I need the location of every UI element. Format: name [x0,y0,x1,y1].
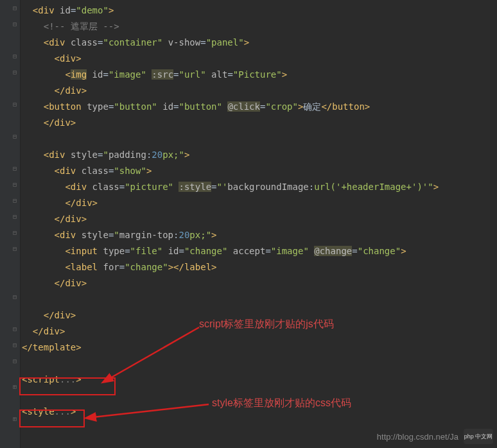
logo-badge: php 中文网 [464,429,493,444]
code-line: <div style="padding:20px;"> [22,147,497,163]
fold-icon[interactable]: ⊞ [12,416,18,422]
code-line-folded[interactable]: <style...> [22,404,497,420]
fold-icon[interactable]: ⊞ [12,384,18,390]
code-editor[interactable]: <div id="demo"> <!-- 遮罩层 --> <div class=… [22,0,497,420]
code-line: <div class="container" v-show="panel"> [22,35,497,51]
fold-icon[interactable]: ⊟ [12,294,18,300]
code-line: <div id="demo"> [22,3,497,19]
fold-icon[interactable]: ⊟ [12,21,18,28]
code-line: <!-- 遮罩层 --> [22,19,497,35]
fold-icon[interactable]: ⊟ [12,182,18,188]
code-line: <div style="margin-top:20px;"> [22,227,497,243]
code-line: <button type="button" id="button" @click… [22,99,497,115]
code-line: <img id="image" :src="url" alt="Picture"… [22,67,497,83]
code-line: <div> [22,51,497,67]
code-line: </div> [22,307,497,323]
code-line [22,291,497,307]
fold-icon[interactable]: ⊟ [12,198,18,204]
code-line [22,388,497,404]
code-line: </div> [22,195,497,211]
fold-icon[interactable]: ⊟ [12,134,18,140]
code-line-folded[interactable]: <script...> [22,372,497,388]
fold-icon[interactable]: ⊟ [12,230,18,236]
code-line: </div> [22,83,497,99]
code-line: <div class="picture" :style="'background… [22,179,497,195]
fold-icon[interactable]: ⊟ [12,326,18,332]
watermark-text: http://blog.csdn.net/Ja [377,432,458,442]
code-line: </div> [22,275,497,291]
code-line: </template> [22,340,497,356]
fold-icon[interactable]: ⊟ [12,101,18,108]
code-line [22,356,497,372]
fold-icon[interactable]: ⊟ [12,214,18,220]
code-line [22,131,497,147]
code-line: <div class="show"> [22,163,497,179]
fold-icon[interactable]: ⊟ [12,358,18,365]
code-line: <label for="change"></label> [22,259,497,275]
code-line: </div> [22,211,497,227]
code-line: </div> [22,323,497,340]
fold-icon[interactable]: ⊟ [12,53,18,60]
fold-icon[interactable]: ⊟ [12,166,18,172]
fold-icon[interactable]: ⊟ [12,69,18,76]
fold-icon[interactable]: ⊟ [12,246,18,252]
code-line: </div> [22,115,497,131]
fold-icon[interactable]: ⊟ [12,342,18,349]
code-gutter: ⊟ ⊟ ⊟ ⊟ ⊟ ⊟ ⊟ ⊟ ⊟ ⊟ ⊟ ⊟ ⊟ ⊟ ⊟ ⊟ ⊞ ⊞ [0,0,21,448]
fold-icon[interactable]: ⊟ [12,5,18,12]
code-line: <input type="file" id="change" accept="i… [22,243,497,259]
